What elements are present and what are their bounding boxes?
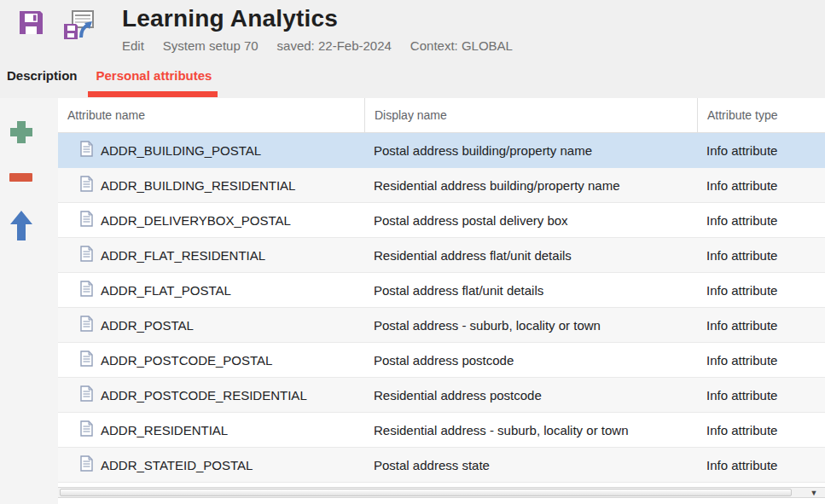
tab-description[interactable]: Description (7, 67, 78, 84)
row-attribute-name: ADDR_POSTCODE_RESIDENTIAL (101, 388, 307, 403)
save-icon (17, 26, 45, 39)
table-header-row: Attribute name Display name Attribute ty… (58, 98, 825, 133)
meta-context: Context: GLOBAL (410, 38, 513, 53)
save-and-close-button[interactable] (61, 9, 95, 45)
column-header-display-name[interactable]: Display name (364, 98, 697, 132)
row-attribute-type: Info attribute (706, 388, 777, 403)
document-icon (80, 350, 93, 369)
document-icon (80, 281, 93, 299)
remove-minus-icon (9, 173, 34, 186)
row-attribute-name: ADDR_FLAT_RESIDENTIAL (101, 248, 265, 263)
add-plus-icon (9, 135, 34, 148)
scroll-down-arrow-button[interactable]: ▼ (806, 488, 822, 498)
row-display-name: Postal address state (374, 458, 490, 472)
document-icon (80, 385, 93, 404)
row-attribute-type: Info attribute (706, 318, 777, 333)
meta-saved-date: saved: 22-Feb-2024 (277, 38, 392, 53)
remove-attribute-button[interactable] (9, 171, 34, 186)
table-row[interactable]: ADDR_STATEID_POSTAL Postal address state… (58, 448, 825, 483)
table-row[interactable]: ADDR_DELIVERYBOX_POSTAL Postal address p… (58, 203, 825, 238)
page-title: Learning Analytics (122, 5, 338, 32)
document-icon (80, 246, 93, 264)
attributes-table: Attribute name Display name Attribute ty… (58, 98, 825, 504)
row-attribute-type: Info attribute (706, 423, 777, 437)
table-row[interactable]: ADDR_POSTAL Postal address - suburb, loc… (58, 308, 825, 343)
meta-edit: Edit (122, 38, 144, 53)
row-attribute-name: ADDR_DELIVERYBOX_POSTAL (101, 213, 291, 228)
row-attribute-type: Info attribute (706, 213, 777, 228)
document-icon (80, 211, 93, 229)
save-button-group (17, 9, 95, 45)
document-icon (80, 420, 93, 439)
table-row[interactable]: ADDR_POSTCODE_POSTAL Postal address post… (58, 343, 825, 378)
row-display-name: Postal address building/property name (374, 143, 592, 158)
document-icon (80, 455, 93, 474)
row-attribute-type: Info attribute (706, 283, 777, 298)
row-display-name: Postal address - suburb, locality or tow… (374, 318, 601, 333)
row-display-name: Residential address postcode (374, 388, 542, 403)
row-attribute-type: Info attribute (706, 353, 777, 368)
row-attribute-name: ADDR_RESIDENTIAL (101, 423, 228, 437)
add-attribute-button[interactable] (9, 119, 34, 148)
table-row[interactable]: ADDR_FLAT_POSTAL Postal address flat/uni… (58, 273, 825, 308)
save-button[interactable] (17, 9, 45, 39)
horizontal-scrollbar-thumb[interactable] (60, 489, 792, 496)
header-meta: Edit System setup 70 saved: 22-Feb-2024 … (122, 38, 513, 53)
document-icon (80, 176, 93, 194)
row-attribute-name: ADDR_FLAT_POSTAL (101, 283, 231, 298)
column-header-attribute-type[interactable]: Attribute type (697, 98, 825, 132)
row-attribute-type: Info attribute (706, 458, 777, 472)
table-row[interactable]: ADDR_RESIDENTIAL Residential address - s… (58, 413, 825, 448)
tab-bar: Description Personal attributes (7, 67, 212, 84)
row-display-name: Postal address postal delivery box (374, 213, 568, 228)
row-display-name: Residential address flat/unit details (374, 248, 572, 263)
row-attribute-type: Info attribute (706, 248, 777, 263)
move-up-button[interactable] (9, 210, 34, 245)
row-attribute-name: ADDR_BUILDING_RESIDENTIAL (101, 178, 295, 193)
row-attribute-name: ADDR_POSTAL (101, 318, 194, 333)
save-and-close-icon (61, 32, 95, 45)
horizontal-scrollbar[interactable]: ▼ (58, 487, 825, 498)
row-attribute-name: ADDR_STATEID_POSTAL (101, 458, 253, 472)
row-display-name: Residential address - suburb, locality o… (374, 423, 628, 437)
row-attribute-type: Info attribute (706, 143, 777, 158)
table-row[interactable]: ADDR_POSTCODE_RESIDENTIAL Residential ad… (58, 378, 825, 413)
row-attribute-type: Info attribute (706, 178, 777, 193)
table-row[interactable]: ADDR_BUILDING_RESIDENTIAL Residential ad… (58, 168, 825, 203)
table-row[interactable]: ADDR_BUILDING_POSTAL Postal address buil… (58, 133, 825, 168)
row-display-name: Residential address building/property na… (374, 178, 620, 193)
table-body: ADDR_BUILDING_POSTAL Postal address buil… (58, 133, 825, 483)
row-attribute-name: ADDR_BUILDING_POSTAL (101, 143, 261, 158)
table-row[interactable]: ADDR_FLAT_RESIDENTIAL Residential addres… (58, 238, 825, 273)
move-up-arrow-icon (9, 232, 34, 245)
document-icon (80, 141, 93, 159)
column-header-attribute-name[interactable]: Attribute name (58, 98, 364, 132)
active-tab-indicator (88, 91, 218, 97)
row-display-name: Postal address flat/unit details (374, 283, 543, 298)
row-attribute-name: ADDR_POSTCODE_POSTAL (101, 353, 272, 368)
tab-personal-attributes[interactable]: Personal attributes (96, 67, 212, 84)
row-display-name: Postal address postcode (374, 353, 514, 368)
table-action-rail (0, 98, 58, 504)
meta-system-setup: System setup 70 (163, 38, 259, 53)
document-icon (80, 316, 93, 334)
header-bar: Learning Analytics Edit System setup 70 … (0, 0, 825, 98)
